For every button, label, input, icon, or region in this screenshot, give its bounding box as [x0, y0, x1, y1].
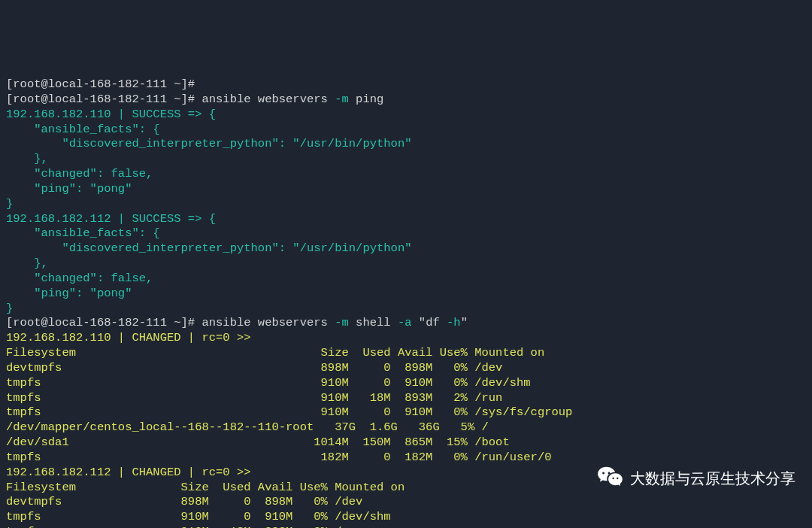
- json-line: "ansible_facts": {: [6, 123, 160, 136]
- df-row: tmpfs 910M 0 910M 0% /sys/fs/cgroup: [6, 405, 572, 419]
- cmd-text: ansible webservers: [201, 316, 335, 329]
- watermark-text: 大数据与云原生技术分享: [630, 469, 795, 489]
- cmd-flag: -m: [335, 316, 349, 329]
- cmd-flag: -a: [398, 316, 412, 329]
- watermark: 大数据与云原生技术分享: [569, 451, 795, 507]
- df-header: Filesystem Size Used Avail Use% Mounted …: [6, 346, 544, 360]
- cmd-text: ansible webservers: [201, 93, 335, 106]
- wechat-icon: [569, 451, 623, 507]
- df-row: tmpfs 910M 0 910M 0% /dev/shm: [6, 510, 391, 523]
- df-row: tmpfs 910M 18M 893M 2% /run: [6, 525, 362, 528]
- df-row: tmpfs 910M 18M 893M 2% /run: [6, 391, 502, 405]
- json-line: "ansible_facts": {: [6, 226, 160, 240]
- json-line: }: [6, 197, 13, 211]
- prompt-line[interactable]: [root@local-168-182-111 ~]#: [6, 93, 201, 106]
- json-line: },: [6, 152, 48, 165]
- cmd-text: "df: [412, 316, 447, 329]
- df-row: devtmpfs 898M 0 898M 0% /dev: [6, 361, 502, 375]
- cmd-flag: -m: [335, 93, 349, 106]
- json-line: },: [6, 256, 48, 270]
- json-line: "ping": "pong": [6, 182, 132, 196]
- json-line: "discovered_interpreter_python": "/usr/b…: [6, 137, 412, 150]
- prompt-line[interactable]: [root@local-168-182-111 ~]#: [6, 316, 201, 329]
- json-line: "changed": false,: [6, 167, 153, 181]
- df-row: /dev/sda1 1014M 150M 865M 15% /boot: [6, 435, 510, 449]
- json-line: }: [6, 302, 13, 315]
- json-line: "changed": false,: [6, 272, 153, 285]
- host-line: 192.168.182.110 | SUCCESS => {: [6, 108, 216, 121]
- df-header: Filesystem Size Used Avail Use% Mounted …: [6, 481, 404, 494]
- json-line: "discovered_interpreter_python": "/usr/b…: [6, 241, 412, 255]
- changed-header: 192.168.182.110 | CHANGED | rc=0 >>: [6, 331, 251, 344]
- cmd-text: shell: [349, 316, 398, 329]
- df-row: /dev/mapper/centos_local--168--182--110-…: [6, 420, 489, 434]
- df-row: tmpfs 182M 0 182M 0% /run/user/0: [6, 451, 552, 464]
- cmd-flag: -h: [447, 316, 461, 329]
- df-row: devtmpfs 898M 0 898M 0% /dev: [6, 495, 362, 508]
- json-line: "ping": "pong": [6, 287, 132, 300]
- changed-header: 192.168.182.112 | CHANGED | rc=0 >>: [6, 466, 251, 479]
- df-row: tmpfs 910M 0 910M 0% /dev/shm: [6, 376, 531, 390]
- cmd-text: ": [461, 316, 468, 329]
- prompt-line: [root@local-168-182-111 ~]#: [6, 77, 195, 91]
- host-line: 192.168.182.112 | SUCCESS => {: [6, 212, 216, 226]
- cmd-arg: ping: [349, 93, 384, 106]
